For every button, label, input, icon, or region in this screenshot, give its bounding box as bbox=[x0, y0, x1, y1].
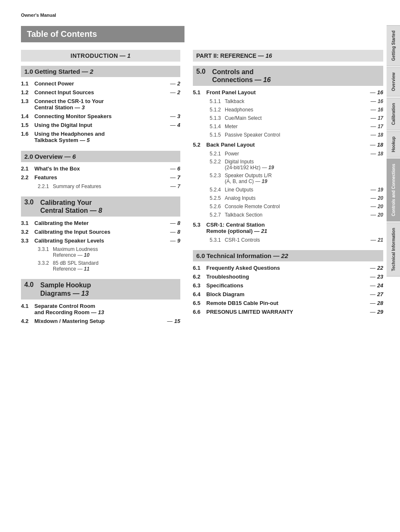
deep-5-2-1-page: 18 bbox=[378, 151, 383, 157]
toc-deep-5-2-2: 5.2.2 Digital Inputs (24-bit/192 kHz) — … bbox=[193, 159, 383, 170]
section-4-num: 4.0 bbox=[24, 281, 40, 297]
toc-item-3-1: 3.1 Calibrating the Meter — 8 bbox=[21, 220, 180, 226]
sidebar-tab-getting-started[interactable]: Getting Started bbox=[387, 25, 400, 66]
sidebar-tab-overview[interactable]: Overview bbox=[387, 67, 400, 96]
toc-item-1-5: 1.5 Using the Digital Input — 4 bbox=[21, 122, 180, 128]
deep-5-2-3-title2: (A, B, and C) — 19 bbox=[225, 178, 383, 184]
item-5-1-title: Front Panel Layout bbox=[206, 89, 369, 96]
deep-5-1-5-num: 5.1.5 bbox=[210, 132, 225, 138]
intro-label: INTRODUCTION bbox=[70, 52, 118, 59]
toc-item-6-1: 6.1 Frequently Asked Questions — 22 bbox=[193, 265, 383, 271]
item-5-3-title2: Remote (optional) — 21 bbox=[206, 228, 383, 234]
item-5-2-page: 18 bbox=[377, 142, 383, 148]
item-6-2-title: Troubleshooting bbox=[206, 274, 369, 280]
toc-deep-5-1-4: 5.1.4 Meter — 17 bbox=[193, 123, 383, 129]
sidebar-tab-hookup-label: Hookup bbox=[391, 137, 396, 152]
deep-5-2-5-page: 20 bbox=[378, 195, 383, 201]
item-3-2-title: Calibrating the Input Sources bbox=[34, 229, 169, 235]
item-5-3-content: CSR-1: Central Station Remote (optional)… bbox=[206, 222, 383, 234]
sidebar-tab-getting-started-label: Getting Started bbox=[391, 31, 396, 61]
sidebar-tab-hookup[interactable]: Hookup bbox=[387, 131, 400, 158]
toc-item-2-1: 2.1 What's In the Box — 6 bbox=[21, 165, 180, 172]
sidebar-tab-technical[interactable]: Technical Information bbox=[387, 222, 400, 276]
deep-5-1-3-dash: — bbox=[371, 115, 376, 121]
toc-deep-5-1-3: 5.1.3 Cue/Main Select — 17 bbox=[193, 115, 383, 121]
item-4-2-page: 15 bbox=[174, 318, 180, 324]
section-4-title2: Diagrams — 13 bbox=[40, 289, 91, 297]
deep-5-3-1-title: CSR-1 Controls bbox=[225, 237, 369, 243]
item-6-6-page: 29 bbox=[377, 309, 383, 315]
item-1-1-dash: — bbox=[170, 80, 176, 87]
toc-item-4-1: 4.1 Separate Control Room and Recording … bbox=[21, 303, 180, 315]
item-3-1-title: Calibrating the Meter bbox=[34, 220, 169, 226]
deep-5-2-5-title: Analog Inputs bbox=[225, 195, 369, 201]
toc-body: INTRODUCTION — 1 1.0 Getting Started — 2… bbox=[21, 50, 383, 327]
item-1-5-dash: — bbox=[170, 122, 176, 128]
deep-2-2-1-dash: — bbox=[170, 183, 176, 189]
deep-5-2-2-title: Digital Inputs bbox=[225, 159, 383, 165]
item-6-3-page: 24 bbox=[377, 282, 383, 289]
toc-deep-3-3-1: 3.3.1 Maximum Loudness Reference — 10 bbox=[21, 246, 180, 258]
item-3-1-num: 3.1 bbox=[21, 220, 34, 226]
part2-label: PART II: REFERENCE bbox=[196, 52, 257, 59]
deep-5-2-1-title: Power bbox=[225, 151, 369, 157]
item-1-2-num: 1.2 bbox=[21, 89, 34, 96]
deep-5-2-4-num: 5.2.4 bbox=[210, 187, 225, 193]
item-5-2-title: Back Panel Layout bbox=[206, 142, 369, 148]
item-3-2-num: 3.2 bbox=[21, 229, 34, 235]
deep-3-3-1-num: 3.3.1 bbox=[38, 246, 53, 252]
deep-5-1-4-num: 5.1.4 bbox=[210, 124, 225, 129]
item-1-1-num: 1.1 bbox=[21, 80, 34, 87]
right-sidebar: Getting Started Overview Calibration Hoo… bbox=[387, 25, 400, 276]
item-6-3-dash: — bbox=[370, 282, 376, 289]
section-3-num: 3.0 bbox=[24, 199, 40, 214]
toc-item-5-3: 5.3 CSR-1: Central Station Remote (optio… bbox=[193, 222, 383, 234]
section-6-num: 6.0 bbox=[196, 252, 205, 259]
toc-deep-5-1-2: 5.1.2 Headphones — 16 bbox=[193, 106, 383, 113]
toc-item-1-1: 1.1 Connect Power — 2 bbox=[21, 80, 180, 87]
deep-5-3-1-dash: — bbox=[371, 237, 376, 243]
section-header-5: 5.0 Controls and Connections — 16 bbox=[193, 66, 383, 86]
deep-5-1-2-page: 16 bbox=[378, 107, 383, 113]
deep-5-2-7-page: 20 bbox=[378, 212, 383, 218]
deep-3-3-1-content: Maximum Loudness Reference — 10 bbox=[53, 246, 180, 258]
deep-5-2-6-dash: — bbox=[371, 203, 376, 209]
item-6-2-page: 23 bbox=[377, 274, 383, 280]
deep-5-2-5-num: 5.2.5 bbox=[210, 195, 225, 201]
section-1-page: — 2 bbox=[82, 68, 94, 75]
deep-2-2-1-page: 7 bbox=[177, 183, 180, 189]
section-5-num: 5.0 bbox=[196, 68, 212, 84]
toc-header: Table of Contents bbox=[21, 26, 184, 42]
sidebar-tab-calibration[interactable]: Calibration bbox=[387, 98, 400, 130]
deep-5-2-3-content: Speaker Outputs L/R (A, B, and C) — 19 bbox=[225, 173, 383, 184]
toc-deep-5-2-5: 5.2.5 Analog Inputs — 20 bbox=[193, 195, 383, 201]
deep-5-2-2-num: 5.2.2 bbox=[210, 159, 225, 165]
item-1-4-num: 1.4 bbox=[21, 113, 34, 119]
item-5-2-dash: — bbox=[370, 142, 376, 148]
item-4-2-dash: — bbox=[167, 318, 173, 324]
deep-5-1-3-num: 5.1.3 bbox=[210, 115, 225, 121]
deep-5-1-2-title: Headphones bbox=[225, 107, 369, 113]
deep-5-3-1-num: 5.3.1 bbox=[210, 237, 225, 243]
toc-item-1-3: 1.3 Connect the CSR-1 to Your Central St… bbox=[21, 98, 180, 111]
section-1-num: 1.0 bbox=[24, 68, 33, 75]
item-5-2-num: 5.2 bbox=[193, 142, 206, 148]
section-2-title: Overview bbox=[34, 153, 64, 160]
part2-page: — 16 bbox=[258, 52, 272, 59]
item-1-2-dash: — bbox=[170, 89, 176, 96]
item-6-5-dash: — bbox=[370, 300, 376, 306]
toc-deep-5-2-3: 5.2.3 Speaker Outputs L/R (A, B, and C) … bbox=[193, 173, 383, 184]
intro-header: INTRODUCTION — 1 bbox=[21, 50, 180, 62]
section-5-content: Controls and Connections — 16 bbox=[212, 68, 271, 84]
item-1-2-page: 2 bbox=[177, 89, 180, 96]
item-6-6-dash: — bbox=[370, 309, 376, 315]
item-6-4-title: Block Diagram bbox=[206, 291, 369, 297]
item-1-3-num: 1.3 bbox=[21, 98, 34, 104]
owners-manual-label: Owner's Manual bbox=[21, 13, 383, 18]
sidebar-tab-controls[interactable]: Controls and Connections bbox=[387, 158, 400, 222]
toc-item-6-3: 6.3 Specifications — 24 bbox=[193, 282, 383, 289]
deep-3-3-2-title: 85 dB SPL Standard bbox=[53, 260, 180, 266]
item-2-2-dash: — bbox=[170, 174, 176, 181]
toc-deep-5-2-6: 5.2.6 Console Remote Control — 20 bbox=[193, 203, 383, 209]
section-header-1: 1.0 Getting Started — 2 bbox=[21, 66, 180, 77]
